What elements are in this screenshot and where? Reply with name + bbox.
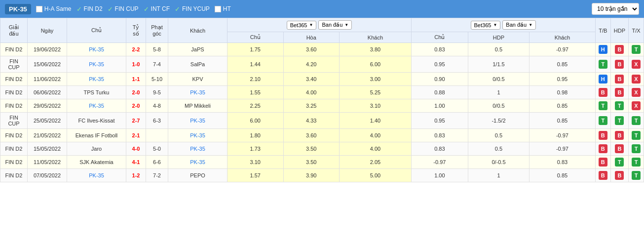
col-header-score: Tỷ số bbox=[126, 18, 146, 43]
fin-ycup-label: FIN YCUP bbox=[182, 5, 210, 12]
col-header-league: Giải đấu bbox=[0, 18, 28, 43]
sub-header-chu2: Chủ bbox=[411, 32, 468, 43]
table-row: FIN D207/05/2022PK-351-27-2PEPO1.573.905… bbox=[0, 169, 644, 182]
fin-cup-label: FIN CUP bbox=[115, 5, 139, 12]
col-header-corner: Phạt góc bbox=[146, 18, 168, 43]
fin-ycup-check[interactable]: ✓ bbox=[175, 5, 180, 13]
table-row: FIN CUP25/05/2022FC Ilves-Kissat2-76-3PK… bbox=[0, 113, 644, 129]
bet1-label-dropdown[interactable]: Bet365 bbox=[287, 21, 317, 30]
col-header-tx: T/X bbox=[629, 18, 644, 43]
top-filter-bar: PK-35 H-A Same ✓ FIN D2 ✓ FIN CUP ✓ INT … bbox=[0, 0, 644, 18]
fin-d2-label: FIN D2 bbox=[84, 5, 103, 12]
ht-checkbox[interactable] bbox=[215, 6, 221, 12]
filter-fin-cup[interactable]: ✓ FIN CUP bbox=[108, 5, 139, 13]
matches-table: Giải đấu Ngày Chủ Tỷ số Phạt góc Khách B… bbox=[0, 18, 644, 182]
sub-header-chu1: Chủ bbox=[227, 32, 284, 43]
col-header-hdp: HDP bbox=[610, 18, 628, 43]
table-row: FIN D229/05/2022PK-352-04-8MP Mikkeli2.2… bbox=[0, 99, 644, 113]
table-row: FIN D206/06/2022TPS Turku2-09-5PK-351.55… bbox=[0, 86, 644, 99]
int-cf-label: INT CF bbox=[151, 5, 170, 12]
col-header-bet1-group: Bet365 Ban đầu bbox=[227, 18, 412, 32]
table-row: FIN D211/06/2022PK-351-15-10KPV2.103.403… bbox=[0, 73, 644, 86]
bet2-label-dropdown[interactable]: Bet365 bbox=[471, 21, 501, 30]
bet2-type-dropdown[interactable]: Ban đầu bbox=[502, 20, 536, 30]
col-header-date: Ngày bbox=[28, 18, 67, 43]
ha-same-checkbox[interactable] bbox=[36, 6, 42, 12]
col-header-bet2-group: Bet365 Ban đầu bbox=[411, 18, 595, 32]
ha-same-label: H-A Same bbox=[44, 5, 72, 12]
filter-ht[interactable]: HT bbox=[215, 5, 231, 12]
col-header-home: Chủ bbox=[67, 18, 126, 43]
table-row: FIN D219/06/2022PK-352-25-8JaPS1.753.603… bbox=[0, 43, 644, 56]
fin-cup-check[interactable]: ✓ bbox=[108, 5, 113, 13]
col-header-away: Khách bbox=[168, 18, 227, 43]
pk-label[interactable]: PK-35 bbox=[5, 4, 31, 14]
ht-label: HT bbox=[223, 5, 231, 12]
filter-fin-ycup[interactable]: ✓ FIN YCUP bbox=[175, 5, 210, 13]
sub-header-hdp: HDP bbox=[468, 32, 529, 43]
recent-select[interactable]: 10 trận gần 5 trận gần 20 trận gần bbox=[592, 3, 639, 15]
table-row: FIN CUP15/06/2022PK-351-07-4SalPa1.444.2… bbox=[0, 56, 644, 73]
bet1-type-dropdown[interactable]: Ban đầu bbox=[318, 20, 352, 30]
col-header-tb: T/B bbox=[595, 18, 610, 43]
table-row: FIN D215/05/2022Jaro4-05-0PK-351.733.504… bbox=[0, 142, 644, 156]
table-row: FIN D211/05/2022SJK Akatemia4-16-6PK-353… bbox=[0, 156, 644, 169]
filter-fin-d2[interactable]: ✓ FIN D2 bbox=[76, 5, 103, 13]
int-cf-check[interactable]: ✓ bbox=[144, 5, 149, 13]
table-row: FIN D221/05/2022Ekenas IF Fotboll2-1PK-3… bbox=[0, 129, 644, 142]
sub-header-khach2: Khách bbox=[530, 32, 596, 43]
filter-int-cf[interactable]: ✓ INT CF bbox=[144, 5, 170, 13]
sub-header-hoa: Hòa bbox=[283, 32, 340, 43]
fin-d2-check[interactable]: ✓ bbox=[76, 5, 82, 13]
sub-header-khach1: Khách bbox=[340, 32, 412, 43]
filter-ha-same[interactable]: H-A Same bbox=[36, 5, 72, 12]
